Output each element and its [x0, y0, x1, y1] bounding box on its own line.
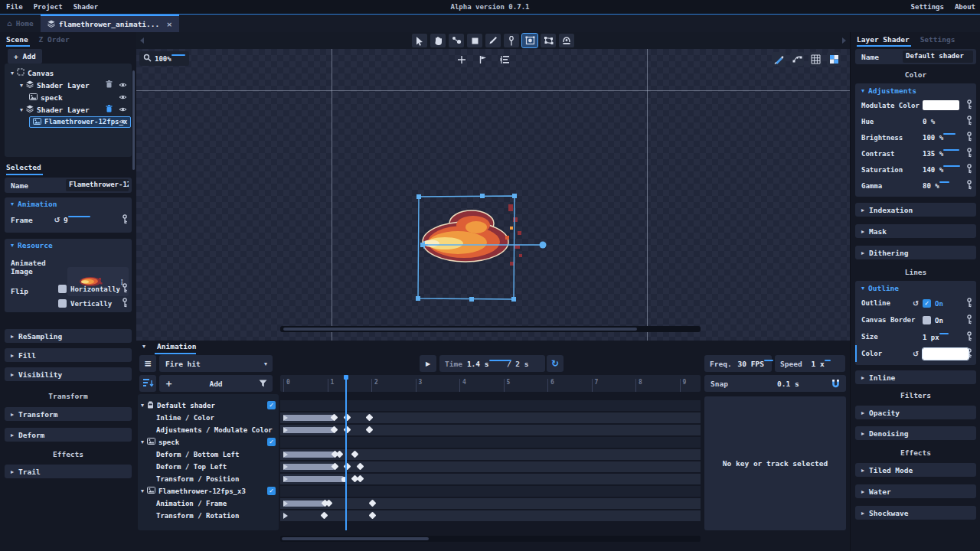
keyframe-icon[interactable] [966, 99, 973, 111]
tree-item-speck[interactable]: speck [5, 91, 132, 103]
freq-field[interactable]: Freq. 30 FPS [704, 355, 772, 372]
add-track-bar[interactable]: + Add [159, 375, 273, 392]
keyframe-icon[interactable] [966, 180, 973, 191]
sort-order-button[interactable] [139, 375, 156, 392]
reset-icon[interactable]: ↺ [54, 216, 60, 224]
keyframe-diamond[interactable] [356, 475, 364, 483]
left-panel-scrollbar[interactable] [132, 70, 135, 170]
keyframe-icon[interactable] [966, 116, 973, 127]
rect-tool-button[interactable] [467, 34, 482, 47]
visibility-eye-icon[interactable] [119, 106, 127, 114]
zoom-value-field[interactable]: 100% [155, 54, 178, 63]
section-tiled-mode[interactable]: ▸Tiled Mode [855, 463, 976, 477]
tree-caret-icon[interactable]: ▾ [20, 82, 23, 89]
align-list-icon[interactable] [498, 53, 511, 67]
track-lane[interactable] [280, 449, 701, 460]
tree-item-shader-layer[interactable]: ▾Shader Layer [5, 103, 132, 116]
onion-skin-icon[interactable] [772, 52, 786, 66]
playhead[interactable] [345, 375, 347, 530]
speed-field[interactable]: Speed 1 x [775, 355, 845, 372]
vector-path-icon[interactable] [790, 52, 804, 66]
section-water[interactable]: ▸Water [855, 484, 976, 498]
adjustment-value-field[interactable]: 80 % [923, 181, 962, 190]
close-icon[interactable]: × [166, 20, 172, 28]
track-lane[interactable] [280, 425, 701, 435]
tree-selected-box[interactable]: Flamethrower-12fps_x [29, 116, 131, 128]
keyframe-bar[interactable] [283, 464, 335, 470]
track-caret-icon[interactable]: ▾ [141, 402, 144, 409]
adjustment-value-field[interactable]: 0 % [923, 117, 962, 126]
track-name-deform-bottom-left[interactable]: Deform / Bottom Left✓ [138, 448, 297, 460]
collapse-caret-icon[interactable]: ▾ [861, 87, 864, 94]
section-transform[interactable]: ▸Transform [5, 407, 132, 421]
track-caret-icon[interactable]: ▾ [141, 439, 144, 445]
zoom-widget[interactable]: 100% [139, 51, 189, 66]
tab-layer-shader[interactable]: Layer Shader [857, 35, 910, 45]
freq-value[interactable]: 30 FPS [738, 360, 769, 368]
track-lane[interactable] [280, 486, 701, 497]
outline-value-field[interactable]: 1 px [923, 333, 953, 341]
timeline-menu-button[interactable]: ≡ [139, 355, 156, 372]
track-enabled-checkbox[interactable]: ✓ [267, 487, 276, 495]
loop-button[interactable]: ↻ [547, 355, 564, 372]
move-tool-button[interactable] [449, 34, 464, 47]
flip-option-vertically[interactable]: Vertically [58, 296, 132, 311]
visibility-eye-icon[interactable] [119, 81, 127, 90]
keyframe-bar[interactable] [283, 415, 334, 421]
keyframe-bar[interactable] [283, 500, 325, 507]
visibility-eye-icon[interactable] [119, 118, 127, 126]
section-indexation[interactable]: ▸Indexation [855, 203, 976, 217]
keyframe-diamond[interactable] [321, 512, 328, 520]
track-enabled-checkbox[interactable]: ✓ [267, 438, 276, 446]
outline-color-swatch[interactable] [923, 348, 969, 360]
keyframe-icon[interactable] [966, 331, 973, 343]
keyframe-bar[interactable] [283, 427, 334, 433]
keyframe-diamond[interactable] [325, 500, 333, 507]
keyframe-icon[interactable] [122, 214, 129, 226]
track-name-speck[interactable]: ▾speck✓ [138, 436, 282, 448]
menu-item-settings[interactable]: Settings [911, 3, 944, 11]
delete-layer-icon[interactable] [106, 80, 113, 90]
toolbar-scroll-left-icon[interactable] [140, 37, 144, 44]
track-name-transform-rotation[interactable]: Transform / Rotation✓ [138, 510, 297, 521]
reset-icon[interactable]: ↺ [913, 350, 919, 358]
playhead-handle[interactable] [344, 375, 348, 380]
outline-checkbox[interactable]: ✓ [923, 299, 931, 308]
adjustment-value-field[interactable]: 135 % [923, 149, 962, 158]
section-shockwave[interactable]: ▸Shockwave [855, 506, 976, 520]
transform-tool-button[interactable] [522, 34, 537, 47]
adjustment-value-field[interactable]: 140 % [923, 165, 962, 174]
track-lane[interactable] [280, 510, 701, 521]
flag-icon[interactable] [476, 53, 490, 67]
tab-z-order[interactable]: Z Order [39, 35, 70, 45]
tree-item-canvas[interactable]: ▾Canvas [5, 67, 132, 79]
shader-name-input[interactable]: Default shader [903, 51, 973, 63]
track-name-default-shader[interactable]: ▾Default shader✓ [138, 399, 282, 411]
tab-home[interactable]: ⌂ Home [0, 15, 41, 32]
canvas-h-scrollbar-thumb[interactable] [283, 328, 637, 331]
collapse-caret-icon[interactable]: ▾ [861, 285, 864, 292]
track-lane-area[interactable] [280, 394, 701, 530]
keyframe-diamond[interactable] [351, 451, 358, 458]
track-name-flamethrower-12fps-x3[interactable]: ▾Flamethrower-12fps_x3✓ [138, 485, 282, 497]
keyframe-icon[interactable] [966, 132, 973, 143]
keyframe-icon[interactable] [122, 298, 129, 309]
keyframe-icon[interactable] [966, 315, 973, 326]
timeline-collapse-icon[interactable]: ▾ [142, 343, 145, 350]
section-fill[interactable]: ▸Fill [5, 348, 132, 362]
timeline-h-scrollbar[interactable] [280, 536, 701, 542]
color-swatch[interactable] [923, 100, 959, 110]
track-name-deform-top-left[interactable]: Deform / Top Left✓ [138, 461, 297, 472]
tree-caret-icon[interactable]: ▾ [20, 106, 23, 113]
keyframe-diamond[interactable] [365, 426, 373, 434]
brush-tool-button[interactable] [485, 34, 501, 47]
collapse-caret-icon[interactable]: ▾ [11, 201, 14, 207]
snap-value[interactable]: 0.1 s [777, 380, 799, 388]
visibility-eye-icon[interactable] [119, 93, 127, 102]
tree-item-flamethrower-12fps-x[interactable]: Flamethrower-12fps_x [5, 116, 132, 128]
time-value[interactable]: 1.4 s [467, 360, 499, 368]
track-lane[interactable] [280, 461, 701, 472]
tab-scene[interactable]: Scene [6, 35, 28, 45]
track-enabled-checkbox[interactable]: ✓ [267, 401, 276, 409]
track-lane[interactable] [280, 437, 701, 448]
